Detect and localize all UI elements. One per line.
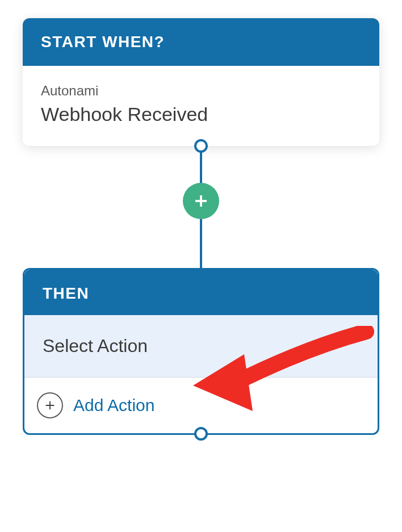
plus-icon (192, 192, 210, 210)
select-action-label: Select Action (43, 336, 148, 356)
action-header-label: THEN (43, 284, 89, 302)
trigger-event-name: Webhook Received (41, 103, 361, 125)
action-card: THEN Select Action Add Action (23, 268, 379, 435)
connector-dot-icon (194, 139, 208, 153)
trigger-card-body: Autonami Webhook Received (23, 66, 379, 146)
connector-line (200, 151, 202, 184)
trigger-header-label: START WHEN? (41, 33, 165, 51)
select-action-row[interactable]: Select Action (24, 315, 378, 378)
trigger-card[interactable]: START WHEN? Autonami Webhook Received (23, 18, 379, 146)
automation-builder: START WHEN? Autonami Webhook Received TH… (0, 0, 402, 459)
connector-bottom (194, 435, 208, 441)
trigger-source-label: Autonami (41, 83, 361, 99)
action-card-header: THEN (24, 270, 378, 315)
connector-line (200, 217, 202, 268)
plus-circle-icon (37, 392, 63, 418)
trigger-card-header: START WHEN? (23, 18, 379, 66)
add-action-label: Add Action (73, 396, 154, 415)
add-action-button[interactable]: Add Action (24, 378, 378, 433)
add-step-button[interactable] (183, 183, 219, 219)
connector-top (183, 146, 219, 268)
connector-dot-icon (194, 427, 208, 441)
